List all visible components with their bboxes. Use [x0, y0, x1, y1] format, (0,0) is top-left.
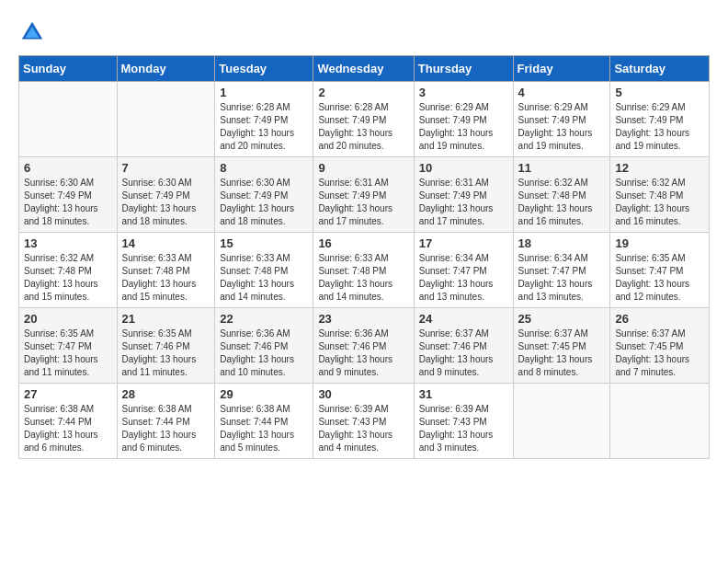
day-info: Sunrise: 6:35 AM Sunset: 7:46 PM Dayligh…	[122, 327, 210, 379]
day-number: 6	[24, 161, 112, 175]
calendar-cell: 12Sunrise: 6:32 AM Sunset: 7:48 PM Dayli…	[610, 157, 710, 233]
calendar-cell: 14Sunrise: 6:33 AM Sunset: 7:48 PM Dayli…	[117, 233, 215, 308]
day-info: Sunrise: 6:35 AM Sunset: 7:47 PM Dayligh…	[615, 252, 704, 304]
day-info: Sunrise: 6:30 AM Sunset: 7:49 PM Dayligh…	[220, 177, 308, 228]
weekday-header-tuesday: Tuesday	[215, 56, 313, 82]
day-number: 1	[220, 86, 308, 99]
calendar-cell: 10Sunrise: 6:31 AM Sunset: 7:49 PM Dayli…	[414, 157, 513, 233]
day-info: Sunrise: 6:33 AM Sunset: 7:48 PM Dayligh…	[220, 252, 308, 304]
calendar-cell: 20Sunrise: 6:35 AM Sunset: 7:47 PM Dayli…	[19, 308, 118, 384]
calendar-cell: 23Sunrise: 6:36 AM Sunset: 7:46 PM Dayli…	[313, 308, 414, 384]
calendar-cell: 9Sunrise: 6:31 AM Sunset: 7:49 PM Daylig…	[313, 157, 414, 233]
calendar-cell: 25Sunrise: 6:37 AM Sunset: 7:45 PM Dayli…	[513, 308, 610, 384]
day-info: Sunrise: 6:38 AM Sunset: 7:44 PM Dayligh…	[220, 403, 308, 454]
calendar-cell: 11Sunrise: 6:32 AM Sunset: 7:48 PM Dayli…	[513, 157, 610, 233]
day-info: Sunrise: 6:33 AM Sunset: 7:48 PM Dayligh…	[122, 252, 210, 304]
day-info: Sunrise: 6:28 AM Sunset: 7:49 PM Dayligh…	[220, 101, 308, 153]
day-number: 9	[318, 161, 408, 175]
day-info: Sunrise: 6:33 AM Sunset: 7:48 PM Dayligh…	[318, 252, 408, 304]
calendar-cell: 3Sunrise: 6:29 AM Sunset: 7:49 PM Daylig…	[414, 82, 513, 157]
weekday-header-row: SundayMondayTuesdayWednesdayThursdayFrid…	[19, 56, 710, 82]
calendar-cell: 28Sunrise: 6:38 AM Sunset: 7:44 PM Dayli…	[117, 384, 215, 459]
calendar-cell: 19Sunrise: 6:35 AM Sunset: 7:47 PM Dayli…	[610, 233, 710, 308]
day-info: Sunrise: 6:39 AM Sunset: 7:43 PM Dayligh…	[419, 403, 508, 454]
calendar-cell: 2Sunrise: 6:28 AM Sunset: 7:49 PM Daylig…	[313, 82, 414, 157]
logo-icon	[18, 18, 46, 46]
day-number: 19	[615, 236, 704, 250]
calendar-cell: 7Sunrise: 6:30 AM Sunset: 7:49 PM Daylig…	[117, 157, 215, 233]
calendar-table: SundayMondayTuesdayWednesdayThursdayFrid…	[18, 55, 710, 459]
weekday-header-wednesday: Wednesday	[313, 56, 414, 82]
day-info: Sunrise: 6:34 AM Sunset: 7:47 PM Dayligh…	[419, 252, 508, 304]
day-info: Sunrise: 6:37 AM Sunset: 7:46 PM Dayligh…	[419, 327, 508, 379]
day-info: Sunrise: 6:29 AM Sunset: 7:49 PM Dayligh…	[615, 101, 704, 153]
day-number: 16	[318, 236, 408, 250]
week-row-4: 20Sunrise: 6:35 AM Sunset: 7:47 PM Dayli…	[19, 308, 710, 384]
calendar-cell: 27Sunrise: 6:38 AM Sunset: 7:44 PM Dayli…	[19, 384, 118, 459]
day-info: Sunrise: 6:38 AM Sunset: 7:44 PM Dayligh…	[24, 403, 112, 454]
calendar-cell: 30Sunrise: 6:39 AM Sunset: 7:43 PM Dayli…	[313, 384, 414, 459]
weekday-header-monday: Monday	[117, 56, 215, 82]
calendar-cell	[513, 384, 610, 459]
day-number: 30	[318, 387, 408, 401]
day-number: 28	[122, 387, 210, 401]
calendar-cell: 15Sunrise: 6:33 AM Sunset: 7:48 PM Dayli…	[215, 233, 313, 308]
day-number: 24	[419, 312, 508, 326]
day-info: Sunrise: 6:38 AM Sunset: 7:44 PM Dayligh…	[122, 403, 210, 454]
day-number: 5	[615, 86, 704, 99]
day-number: 22	[220, 312, 308, 326]
day-info: Sunrise: 6:32 AM Sunset: 7:48 PM Dayligh…	[518, 177, 606, 228]
day-info: Sunrise: 6:30 AM Sunset: 7:49 PM Dayligh…	[24, 177, 112, 228]
calendar-cell: 6Sunrise: 6:30 AM Sunset: 7:49 PM Daylig…	[19, 157, 118, 233]
day-info: Sunrise: 6:29 AM Sunset: 7:49 PM Dayligh…	[518, 101, 606, 153]
day-number: 29	[220, 387, 308, 401]
calendar-cell: 21Sunrise: 6:35 AM Sunset: 7:46 PM Dayli…	[117, 308, 215, 384]
logo	[18, 18, 50, 46]
day-number: 17	[419, 236, 508, 250]
calendar-cell: 17Sunrise: 6:34 AM Sunset: 7:47 PM Dayli…	[414, 233, 513, 308]
calendar-cell: 24Sunrise: 6:37 AM Sunset: 7:46 PM Dayli…	[414, 308, 513, 384]
calendar-cell	[610, 384, 710, 459]
calendar-cell: 13Sunrise: 6:32 AM Sunset: 7:48 PM Dayli…	[19, 233, 118, 308]
day-number: 15	[220, 236, 308, 250]
calendar-cell: 22Sunrise: 6:36 AM Sunset: 7:46 PM Dayli…	[215, 308, 313, 384]
day-info: Sunrise: 6:34 AM Sunset: 7:47 PM Dayligh…	[518, 252, 606, 304]
day-number: 25	[518, 312, 606, 326]
day-number: 18	[518, 236, 606, 250]
day-info: Sunrise: 6:36 AM Sunset: 7:46 PM Dayligh…	[220, 327, 308, 379]
calendar-cell: 29Sunrise: 6:38 AM Sunset: 7:44 PM Dayli…	[215, 384, 313, 459]
week-row-1: 1Sunrise: 6:28 AM Sunset: 7:49 PM Daylig…	[19, 82, 710, 157]
day-info: Sunrise: 6:29 AM Sunset: 7:49 PM Dayligh…	[419, 101, 508, 153]
day-number: 20	[24, 312, 112, 326]
day-info: Sunrise: 6:36 AM Sunset: 7:46 PM Dayligh…	[318, 327, 408, 379]
day-number: 27	[24, 387, 112, 401]
calendar-cell	[19, 82, 118, 157]
calendar-cell: 16Sunrise: 6:33 AM Sunset: 7:48 PM Dayli…	[313, 233, 414, 308]
week-row-5: 27Sunrise: 6:38 AM Sunset: 7:44 PM Dayli…	[19, 384, 710, 459]
day-number: 13	[24, 236, 112, 250]
day-number: 7	[122, 161, 210, 175]
day-info: Sunrise: 6:30 AM Sunset: 7:49 PM Dayligh…	[122, 177, 210, 228]
weekday-header-saturday: Saturday	[610, 56, 710, 82]
day-info: Sunrise: 6:32 AM Sunset: 7:48 PM Dayligh…	[24, 252, 112, 304]
weekday-header-friday: Friday	[513, 56, 610, 82]
calendar-cell: 5Sunrise: 6:29 AM Sunset: 7:49 PM Daylig…	[610, 82, 710, 157]
day-info: Sunrise: 6:39 AM Sunset: 7:43 PM Dayligh…	[318, 403, 408, 454]
day-info: Sunrise: 6:28 AM Sunset: 7:49 PM Dayligh…	[318, 101, 408, 153]
day-number: 2	[318, 86, 408, 99]
day-number: 12	[615, 161, 704, 175]
day-number: 21	[122, 312, 210, 326]
weekday-header-thursday: Thursday	[414, 56, 513, 82]
day-number: 14	[122, 236, 210, 250]
day-number: 8	[220, 161, 308, 175]
calendar-cell: 4Sunrise: 6:29 AM Sunset: 7:49 PM Daylig…	[513, 82, 610, 157]
day-number: 26	[615, 312, 704, 326]
week-row-3: 13Sunrise: 6:32 AM Sunset: 7:48 PM Dayli…	[19, 233, 710, 308]
calendar-cell: 26Sunrise: 6:37 AM Sunset: 7:45 PM Dayli…	[610, 308, 710, 384]
page-header	[18, 18, 710, 46]
day-info: Sunrise: 6:37 AM Sunset: 7:45 PM Dayligh…	[615, 327, 704, 379]
weekday-header-sunday: Sunday	[19, 56, 118, 82]
day-info: Sunrise: 6:31 AM Sunset: 7:49 PM Dayligh…	[419, 177, 508, 228]
day-number: 11	[518, 161, 606, 175]
day-info: Sunrise: 6:35 AM Sunset: 7:47 PM Dayligh…	[24, 327, 112, 379]
